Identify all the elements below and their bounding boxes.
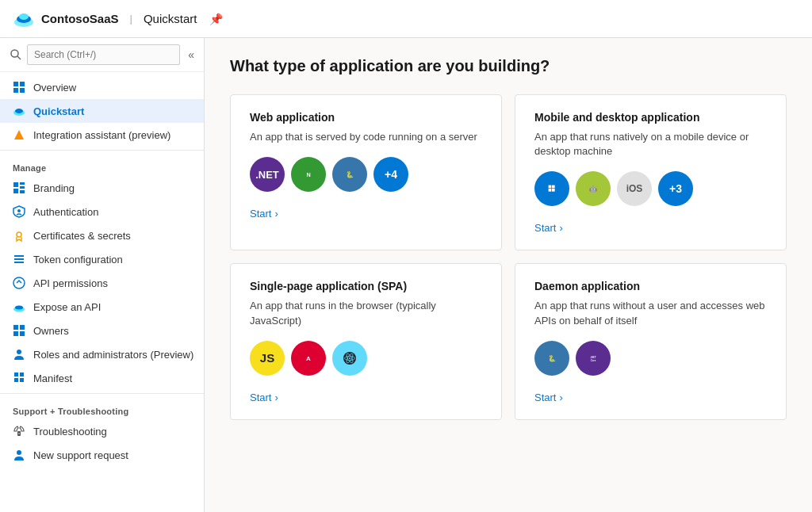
- svg-rect-14: [20, 186, 25, 189]
- sidebar-item-branding[interactable]: Branding: [0, 176, 204, 200]
- svg-rect-42: [552, 189, 555, 192]
- ios-icon: iOS: [617, 171, 652, 206]
- svg-point-36: [17, 450, 21, 455]
- card-daemon-start[interactable]: Start ›: [534, 392, 767, 403]
- sidebar-item-new-support[interactable]: New support request: [0, 443, 204, 467]
- start-arrow-icon4: ›: [559, 392, 562, 403]
- card-mobile-app: Mobile and desktop application An app th…: [515, 94, 787, 250]
- api-permissions-label: API permissions: [33, 277, 108, 289]
- card-spa-start[interactable]: Start ›: [250, 392, 482, 403]
- manage-section-label: Manage: [0, 154, 204, 176]
- svg-point-18: [17, 232, 21, 237]
- card-spa: Single-page application (SPA) An app tha…: [230, 263, 502, 419]
- svg-rect-32: [14, 378, 18, 382]
- card-mobile-app-start[interactable]: Start ›: [534, 222, 767, 234]
- svg-point-22: [13, 277, 25, 288]
- sidebar-item-authentication[interactable]: Authentication: [0, 200, 204, 224]
- title-divider: |: [130, 13, 132, 25]
- card-mobile-app-desc: An app that runs natively on a mobile de…: [534, 130, 767, 159]
- sidebar-item-quickstart[interactable]: Quickstart: [0, 99, 204, 123]
- app-name: ContosoSaaS: [41, 12, 119, 25]
- sidebar-item-manifest[interactable]: Manifest: [0, 366, 204, 390]
- python-icon: 🐍: [332, 157, 367, 192]
- top-bar: ContosoSaaS | Quickstart 📌: [0, 0, 812, 38]
- svg-rect-7: [13, 88, 18, 93]
- new-support-icon: [13, 449, 25, 461]
- windows-icon: [534, 171, 569, 206]
- card-daemon-desc: An app that runs without a user and acce…: [534, 299, 767, 327]
- pycore-icon: 🐍: [534, 341, 569, 376]
- sidebar-item-troubleshooting[interactable]: Troubleshooting: [0, 419, 204, 443]
- svg-rect-21: [14, 262, 24, 263]
- certificates-icon: [13, 229, 25, 242]
- svg-rect-41: [549, 189, 552, 192]
- card-web-app-start[interactable]: Start ›: [250, 208, 482, 220]
- authentication-icon: [13, 205, 25, 218]
- integration-icon: [13, 128, 25, 141]
- svg-point-48: [349, 357, 350, 359]
- owners-icon: [13, 324, 25, 337]
- android-icon: 🤖: [576, 171, 611, 206]
- sidebar-item-roles[interactable]: Roles and administrators (Preview): [0, 342, 204, 366]
- card-spa-desc: An app that runs in the browser (typical…: [250, 299, 482, 327]
- svg-point-29: [17, 350, 21, 354]
- svg-rect-28: [20, 331, 25, 336]
- sidebar-item-token[interactable]: Token configuration: [0, 247, 204, 271]
- sidebar-item-expose-api[interactable]: Expose an API: [0, 295, 204, 319]
- dotnet-icon: .NET: [250, 157, 285, 192]
- card-daemon-title: Daemon application: [534, 280, 767, 292]
- netcore-icon: .NET Core: [576, 341, 611, 376]
- card-web-app: Web application An app that is served by…: [230, 94, 502, 250]
- cards-grid: Web application An app that is served by…: [230, 94, 787, 420]
- plus4-icon: +4: [373, 157, 408, 192]
- pin-icon[interactable]: 📌: [209, 13, 223, 25]
- azure-logo-icon: [13, 8, 35, 30]
- main-title: What type of application are you buildin…: [230, 57, 787, 75]
- certificates-label: Certificates & secrets: [33, 230, 131, 242]
- troubleshooting-label: Troubleshooting: [33, 426, 107, 437]
- branding-label: Branding: [33, 182, 75, 194]
- expose-api-label: Expose an API: [33, 301, 101, 313]
- svg-rect-20: [14, 258, 24, 260]
- sidebar-item-api-permissions[interactable]: API permissions: [0, 271, 204, 295]
- sidebar-item-certificates[interactable]: Certificates & secrets: [0, 224, 204, 247]
- card-web-app-icons: .NET N 🐍 +4: [250, 157, 482, 192]
- svg-rect-30: [14, 373, 18, 376]
- svg-text:🐍: 🐍: [346, 170, 354, 178]
- collapse-icon[interactable]: «: [188, 48, 194, 61]
- sidebar-item-owners[interactable]: Owners: [0, 319, 204, 342]
- card-web-app-title: Web application: [250, 111, 482, 124]
- divider-support: [0, 393, 204, 394]
- react-icon: [332, 341, 367, 376]
- logo-area: ContosoSaaS | Quickstart 📌: [13, 8, 223, 30]
- svg-rect-19: [14, 255, 24, 257]
- card-daemon: Daemon application An app that runs with…: [515, 263, 787, 419]
- expose-api-icon: [13, 300, 25, 313]
- manifest-label: Manifest: [33, 373, 72, 384]
- angular-icon: A: [291, 341, 326, 376]
- svg-text:🤖: 🤖: [589, 185, 597, 193]
- divider-manage: [0, 150, 204, 151]
- sidebar: « Overview Quickstart Integration as: [0, 38, 205, 512]
- svg-rect-6: [20, 82, 25, 86]
- svg-point-35: [18, 433, 20, 434]
- card-spa-title: Single-page application (SPA): [250, 280, 482, 292]
- svg-point-24: [15, 306, 23, 310]
- sidebar-item-overview[interactable]: Overview: [0, 75, 204, 99]
- svg-point-10: [15, 109, 23, 113]
- card-mobile-app-icons: 🤖 iOS +3: [534, 171, 767, 206]
- svg-point-2: [19, 13, 29, 20]
- svg-rect-16: [20, 190, 25, 193]
- svg-rect-5: [13, 82, 18, 86]
- page-name: Quickstart: [144, 12, 197, 25]
- search-input[interactable]: [27, 44, 180, 65]
- overview-label: Overview: [33, 82, 76, 94]
- card-daemon-icons: 🐍 .NET Core: [534, 341, 767, 376]
- svg-rect-25: [13, 325, 18, 330]
- card-mobile-app-title: Mobile and desktop application: [534, 111, 767, 124]
- svg-marker-11: [14, 130, 24, 139]
- sidebar-item-integration[interactable]: Integration assistant (preview): [0, 123, 204, 147]
- svg-point-17: [17, 209, 21, 212]
- authentication-label: Authentication: [33, 206, 98, 218]
- start-arrow-icon: ›: [274, 208, 278, 220]
